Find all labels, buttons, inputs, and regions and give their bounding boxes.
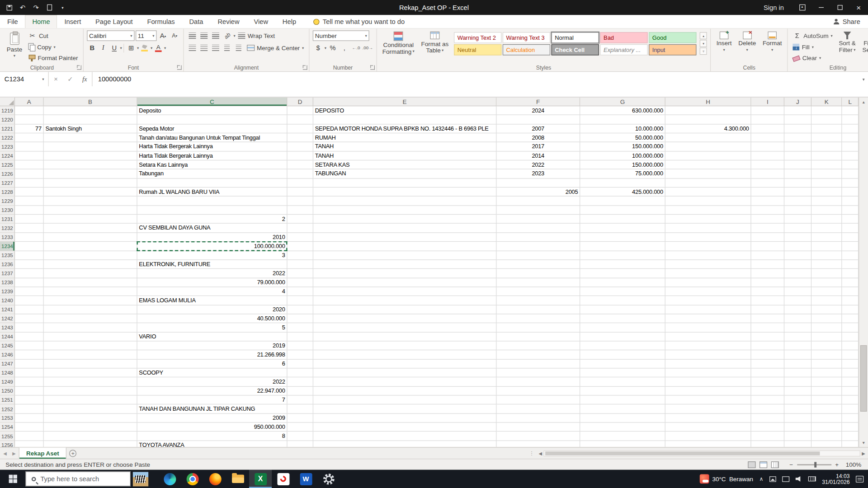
number-format-select[interactable]: Number▾	[313, 30, 369, 41]
cell-D1225[interactable]	[288, 160, 314, 169]
cell-L1220[interactable]	[842, 115, 859, 124]
cell-K1231[interactable]	[811, 215, 842, 224]
cell-K1254[interactable]	[811, 423, 842, 432]
customize-qat-button[interactable]: ▾	[57, 1, 69, 14]
row-header-1242[interactable]: 1242	[0, 314, 15, 323]
cell-D1227[interactable]	[288, 178, 314, 188]
cell-I1230[interactable]	[751, 206, 784, 215]
cell-L1224[interactable]	[842, 151, 859, 160]
row-header-1237[interactable]: 1237	[0, 269, 15, 278]
cell-F1224[interactable]: 2014	[496, 151, 580, 160]
page-break-view-button[interactable]	[771, 461, 779, 468]
cell-F1232[interactable]	[496, 224, 580, 233]
row-header-1254[interactable]: 1254	[0, 423, 15, 432]
underline-button[interactable]: U	[109, 42, 119, 53]
cell-L1240[interactable]	[842, 296, 859, 305]
cell-H1247[interactable]	[665, 359, 751, 368]
cell-D1221[interactable]	[288, 124, 314, 133]
font-name-select[interactable]: Calibri▾	[87, 30, 134, 41]
fill-color-dropdown-arrow[interactable]: ▾	[151, 46, 152, 50]
row-header-1244[interactable]: 1244	[0, 332, 15, 341]
cell-B1227[interactable]	[44, 178, 137, 188]
row-header-1248[interactable]: 1248	[0, 368, 15, 377]
zoom-slider[interactable]	[797, 464, 831, 465]
cell-I1237[interactable]	[751, 269, 784, 278]
increase-font-size-button[interactable]: A▴	[158, 30, 168, 41]
paste-dropdown-arrow[interactable]: ▾	[14, 52, 15, 59]
cell-E1232[interactable]	[313, 224, 496, 233]
column-header-K[interactable]: K	[811, 98, 842, 107]
cell-D1240[interactable]	[288, 296, 314, 305]
cell-F1220[interactable]	[496, 115, 580, 124]
cell-L1228[interactable]	[842, 188, 859, 197]
cell-C1228[interactable]: Rumah JL WALANG BARU VIIA	[137, 188, 288, 197]
cell-H1224[interactable]	[665, 151, 751, 160]
cell-C1230[interactable]	[137, 206, 288, 215]
cell-F1255[interactable]	[496, 432, 580, 441]
cell-G1252[interactable]	[580, 405, 665, 414]
cell-H1254[interactable]	[665, 423, 751, 432]
top-align-button[interactable]	[187, 30, 198, 41]
cell-C1236[interactable]: ELEKTRONIK, FURNITURE	[137, 260, 288, 269]
cell-F1246[interactable]	[496, 350, 580, 359]
cell-J1255[interactable]	[784, 432, 811, 441]
cell-G1233[interactable]	[580, 233, 665, 242]
cell-J1248[interactable]	[784, 368, 811, 377]
cell-H1231[interactable]	[665, 215, 751, 224]
cell-C1253[interactable]: 2009	[137, 414, 288, 423]
cell-A1238[interactable]	[15, 278, 44, 287]
column-header-J[interactable]: J	[784, 98, 811, 107]
cell-K1250[interactable]	[811, 386, 842, 395]
cell-D1230[interactable]	[288, 206, 314, 215]
cell-J1243[interactable]	[784, 323, 811, 332]
cell-I1240[interactable]	[751, 296, 784, 305]
cell-G1255[interactable]	[580, 432, 665, 441]
cell-C1231[interactable]: 2	[137, 215, 288, 224]
cell-H1246[interactable]	[665, 350, 751, 359]
cell-I1249[interactable]	[751, 377, 784, 386]
row-header-1253[interactable]: 1253	[0, 414, 15, 423]
cell-C1220[interactable]	[137, 115, 288, 124]
cell-A1230[interactable]	[15, 206, 44, 215]
cell-C1229[interactable]	[137, 197, 288, 206]
cell-D1234[interactable]	[288, 242, 314, 251]
cell-K1239[interactable]	[811, 287, 842, 296]
cell-E1255[interactable]	[313, 432, 496, 441]
cell-I1234[interactable]	[751, 242, 784, 251]
align-right-button[interactable]	[210, 42, 221, 53]
cell-D1251[interactable]	[288, 396, 314, 405]
cell-B1224[interactable]	[44, 151, 137, 160]
cell-C1255[interactable]: 8	[137, 432, 288, 441]
cell-A1236[interactable]	[15, 260, 44, 269]
cell-B1241[interactable]	[44, 305, 137, 314]
font-color-button[interactable]: A	[153, 42, 163, 53]
cell-F1244[interactable]	[496, 332, 580, 341]
cell-E1256[interactable]	[313, 441, 496, 447]
cell-K1245[interactable]	[811, 341, 842, 350]
cell-A1235[interactable]	[15, 251, 44, 260]
cell-I1246[interactable]	[751, 350, 784, 359]
cell-D1243[interactable]	[288, 323, 314, 332]
cell-L1225[interactable]	[842, 160, 859, 169]
cell-G1244[interactable]	[580, 332, 665, 341]
taskbar-excel-button[interactable]: X	[249, 470, 272, 488]
find-select-button[interactable]: Find & Select▾	[860, 30, 868, 54]
cell-E1243[interactable]	[313, 323, 496, 332]
cell-C1243[interactable]: 5	[137, 323, 288, 332]
orientation-button[interactable]: ab	[222, 30, 232, 41]
cell-E1221[interactable]: SEPEDA MOTOR HONDA SUPRA BPKB NO. 143244…	[313, 124, 496, 133]
cell-B1226[interactable]	[44, 169, 137, 178]
cell-L1237[interactable]	[842, 269, 859, 278]
cell-F1243[interactable]	[496, 323, 580, 332]
column-header-A[interactable]: A	[15, 98, 44, 107]
cell-J1219[interactable]	[784, 106, 811, 115]
cell-F1234[interactable]	[496, 242, 580, 251]
cell-G1254[interactable]	[580, 423, 665, 432]
sheet-nav-right-arrow[interactable]: ▶	[12, 450, 16, 455]
cell-K1233[interactable]	[811, 233, 842, 242]
volume-icon[interactable]	[796, 476, 802, 482]
decrease-decimal-button[interactable]: .00→	[363, 42, 373, 53]
cell-E1253[interactable]	[313, 414, 496, 423]
row-header-1219[interactable]: 1219	[0, 106, 15, 115]
cell-H1242[interactable]	[665, 314, 751, 323]
